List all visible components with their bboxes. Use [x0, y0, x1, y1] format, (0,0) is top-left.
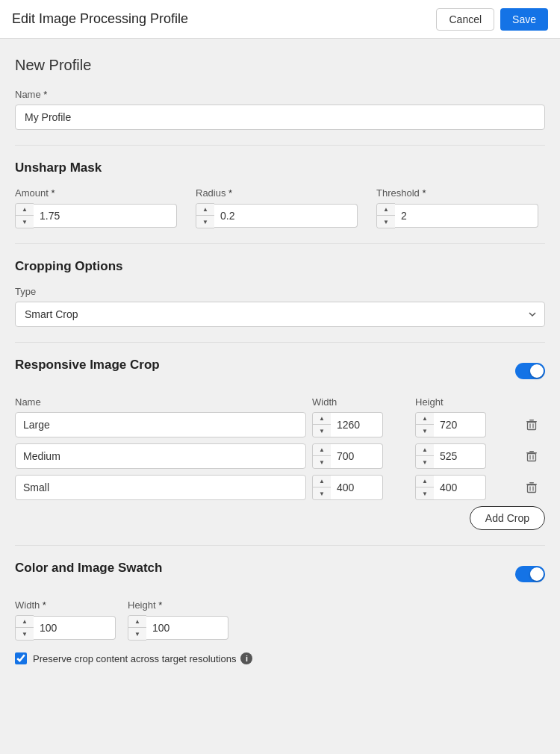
preserve-crop-checkbox[interactable]: [15, 652, 27, 664]
crop-width-large-spinner: ▲ ▼: [312, 412, 409, 437]
threshold-arrows: ▲ ▼: [376, 203, 395, 228]
save-button[interactable]: Save: [500, 8, 548, 31]
cancel-button[interactable]: Cancel: [436, 8, 494, 31]
crop-height-small-input[interactable]: [434, 475, 486, 500]
crop-height-medium-spinner: ▲ ▼: [415, 443, 512, 469]
unsharp-mask-title: Unsharp Mask: [15, 161, 545, 175]
crop-width-large-input[interactable]: [331, 412, 383, 437]
swatch-width-spinner: ▲ ▼: [15, 615, 116, 641]
crop-height-small-arrows: ▲ ▼: [415, 475, 434, 500]
radius-input[interactable]: [214, 204, 358, 228]
crop-height-small-down[interactable]: ▼: [416, 487, 434, 499]
crop-height-large-up[interactable]: ▲: [416, 413, 434, 425]
amount-input[interactable]: [34, 204, 177, 228]
header-actions: Cancel Save: [436, 8, 548, 31]
threshold-down-arrow[interactable]: ▼: [377, 216, 395, 228]
unsharp-mask-fields: Amount ▲ ▼ Radius ▲ ▼: [15, 187, 545, 228]
svg-rect-2: [528, 423, 536, 430]
svg-rect-1: [529, 420, 534, 421]
delete-crop-large[interactable]: [518, 415, 545, 434]
swatch-width-label: Width: [15, 599, 116, 611]
name-col-label: Name: [15, 396, 306, 408]
delete-crop-small[interactable]: [518, 478, 545, 497]
crop-name-large[interactable]: [15, 412, 306, 437]
crop-width-medium-input[interactable]: [331, 443, 383, 469]
radius-down-arrow[interactable]: ▼: [196, 216, 214, 228]
radius-field: Radius ▲ ▼: [196, 187, 364, 228]
preserve-crop-label: Preserve crop content across target reso…: [33, 652, 252, 664]
crop-width-small-up[interactable]: ▲: [313, 476, 331, 487]
swatch-width-field: Width ▲ ▼: [15, 599, 116, 641]
cropping-options-title: Cropping Options: [15, 259, 545, 274]
responsive-image-crop-section: Responsive Image Crop Name Width Height …: [15, 358, 545, 530]
crop-width-medium-up[interactable]: ▲: [313, 444, 331, 456]
threshold-up-arrow[interactable]: ▲: [377, 204, 395, 216]
amount-arrows: ▲ ▼: [15, 203, 34, 228]
amount-down-arrow[interactable]: ▼: [16, 216, 34, 228]
swatch-height-arrows: ▲ ▼: [128, 615, 146, 641]
crop-width-large-arrows: ▲ ▼: [312, 412, 331, 437]
add-crop-button[interactable]: Add Crop: [470, 506, 545, 530]
swatch-width-up[interactable]: ▲: [16, 616, 34, 628]
crop-width-small-input[interactable]: [331, 475, 383, 500]
swatch-width-arrows: ▲ ▼: [15, 615, 34, 641]
swatch-width-down[interactable]: ▼: [16, 628, 34, 640]
crop-height-medium-up[interactable]: ▲: [416, 444, 434, 456]
delete-crop-medium[interactable]: [518, 446, 545, 466]
crop-height-large-down[interactable]: ▼: [416, 425, 434, 437]
toggle-thumb: [530, 364, 544, 378]
crop-row-large: ▲ ▼ ▲ ▼: [15, 412, 545, 437]
responsive-crop-title: Responsive Image Crop: [15, 358, 160, 373]
crop-width-large-up[interactable]: ▲: [313, 413, 331, 425]
amount-up-arrow[interactable]: ▲: [16, 204, 34, 216]
crop-width-small-spinner: ▲ ▼: [312, 475, 409, 500]
crop-type-select[interactable]: Smart Crop Manual None: [15, 302, 545, 327]
crop-name-small[interactable]: [15, 475, 306, 500]
info-icon[interactable]: i: [240, 652, 252, 664]
profile-section-title: New Profile: [15, 57, 545, 74]
swatch-height-up[interactable]: ▲: [128, 616, 146, 628]
crop-height-large-arrows: ▲ ▼: [415, 412, 434, 437]
amount-spinner-group: ▲ ▼: [15, 203, 184, 228]
swatch-height-down[interactable]: ▼: [128, 628, 146, 640]
svg-rect-11: [529, 482, 534, 484]
radius-up-arrow[interactable]: ▲: [196, 204, 214, 216]
responsive-crop-toggle[interactable]: [515, 363, 545, 379]
preserve-crop-row: Preserve crop content across target reso…: [15, 652, 545, 664]
radius-spinner-group: ▲ ▼: [196, 203, 364, 228]
divider-3: [15, 342, 545, 343]
main-content: New Profile Name Unsharp Mask Amount ▲ ▼…: [0, 39, 560, 697]
profile-section: New Profile Name: [15, 57, 545, 130]
crop-height-medium-arrows: ▲ ▼: [415, 443, 434, 469]
divider-1: [15, 145, 545, 146]
profile-name-input[interactable]: [15, 105, 545, 130]
height-col-label: Height: [415, 396, 512, 408]
color-swatch-toggle[interactable]: [515, 566, 545, 582]
crop-width-medium-arrows: ▲ ▼: [312, 443, 331, 469]
crop-height-medium-down[interactable]: ▼: [416, 456, 434, 468]
threshold-label: Threshold: [376, 187, 545, 199]
swatch-toggle-thumb: [530, 567, 544, 581]
threshold-spinner-group: ▲ ▼: [376, 203, 545, 228]
type-label: Type: [15, 286, 545, 297]
crop-height-large-input[interactable]: [434, 412, 486, 437]
preserve-crop-text: Preserve crop content across target reso…: [33, 653, 236, 664]
crop-height-small-spinner: ▲ ▼: [415, 475, 512, 500]
crop-width-medium-down[interactable]: ▼: [313, 456, 331, 468]
crop-height-medium-input[interactable]: [434, 443, 486, 469]
crop-width-small-down[interactable]: ▼: [313, 487, 331, 499]
threshold-input[interactable]: [395, 204, 538, 228]
actions-col-label: [518, 396, 545, 408]
page-title: Edit Image Processing Profile: [12, 11, 188, 27]
crop-name-medium[interactable]: [15, 443, 306, 469]
crop-width-large-down[interactable]: ▼: [313, 425, 331, 437]
name-label: Name: [15, 89, 545, 100]
svg-rect-7: [528, 454, 536, 461]
crop-height-small-up[interactable]: ▲: [416, 476, 434, 487]
page-header: Edit Image Processing Profile Cancel Sav…: [0, 0, 560, 39]
color-swatch-header: Color and Image Swatch: [15, 561, 545, 588]
crop-row-medium: ▲ ▼ ▲ ▼: [15, 443, 545, 469]
crop-width-small-arrows: ▲ ▼: [312, 475, 331, 500]
swatch-height-input[interactable]: [146, 616, 228, 640]
swatch-width-input[interactable]: [34, 616, 116, 640]
